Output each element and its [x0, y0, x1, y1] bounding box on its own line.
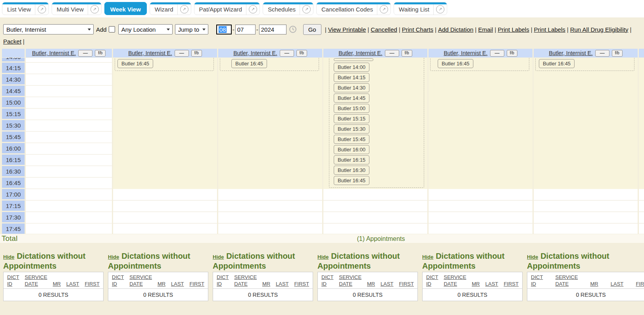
tab-label[interactable]: List View [2, 2, 35, 15]
column-sort-link[interactable]: LAST [276, 281, 289, 287]
column-sort-link[interactable]: FIRST [294, 281, 309, 287]
toolbar-link[interactable]: Add Dictation [438, 26, 473, 33]
tab-popout-button[interactable]: ↗ [246, 2, 260, 15]
collapse-column-button[interactable]: — [78, 50, 92, 57]
tab[interactable]: Pat/Appt Wizard ↗ [194, 2, 260, 15]
collapse-column-button[interactable]: — [595, 50, 609, 57]
provider-select[interactable]: Butler, Internist [3, 24, 94, 34]
column-sort-link[interactable]: LAST [611, 281, 624, 287]
appointment-button[interactable]: Butler 16:45 [438, 59, 473, 68]
provider-link[interactable]: Butler, Internist E. [549, 50, 593, 56]
toolbar-link[interactable]: Cancelled [371, 26, 397, 33]
tab-label[interactable]: Waiting List [394, 2, 433, 15]
tab-popout-button[interactable]: ↗ [300, 2, 313, 15]
tab-label[interactable]: Pat/Appt Wizard [194, 2, 246, 15]
column-sort-link[interactable]: DICTID [531, 274, 543, 287]
go-button[interactable]: Go [303, 24, 321, 35]
column-sort-link[interactable]: SERVICEDATE [129, 274, 152, 287]
tab-popout-button[interactable]: ↗ [177, 2, 191, 15]
tab-label[interactable]: Multi View [52, 2, 88, 15]
tab[interactable]: Waiting List ↗ [394, 2, 447, 15]
tab-popout-button[interactable]: ↗ [35, 2, 48, 15]
hide-link[interactable]: Hide [422, 254, 433, 260]
hide-link[interactable]: Hide [213, 254, 224, 260]
column-sort-link[interactable]: MR [158, 281, 165, 287]
hide-link[interactable]: Hide [108, 254, 119, 260]
column-sort-link[interactable]: LAST [171, 281, 184, 287]
toolbar-link[interactable]: Print Labels [534, 26, 565, 33]
appointment-button[interactable]: Butler 14:15 [334, 73, 369, 82]
fb-button[interactable]: f/b [507, 50, 517, 57]
column-sort-link[interactable]: FIRST [85, 281, 100, 287]
appointment-button[interactable]: Butler 16:15 [334, 155, 369, 164]
appointment-button[interactable]: Butler 15:00 [334, 104, 369, 113]
column-sort-link[interactable]: SERVICEDATE [339, 274, 361, 287]
column-sort-link[interactable]: LAST [66, 281, 79, 287]
column-sort-link[interactable]: MR [472, 281, 480, 287]
column-sort-link[interactable]: LAST [485, 281, 498, 287]
appointment-button-clipped[interactable] [334, 58, 373, 61]
tab-popout-button[interactable]: ↗ [433, 2, 447, 15]
tab[interactable]: Multi View ↗ [52, 2, 102, 15]
collapse-column-button[interactable]: — [175, 50, 189, 57]
tab-label[interactable]: Cancellation Codes [317, 2, 377, 15]
appointment-button[interactable]: Butler 14:45 [334, 94, 369, 103]
appointment-button[interactable]: Butler 16:45 [117, 59, 153, 68]
tab-label[interactable]: Schedules [263, 2, 300, 15]
column-sort-link[interactable]: SERVICEDATE [444, 274, 466, 287]
clock-icon[interactable] [289, 25, 297, 33]
appointment-button[interactable]: Butler 16:45 [539, 59, 575, 68]
column-sort-link[interactable]: FIRST [399, 281, 414, 287]
appointment-button[interactable]: Butler 15:30 [334, 124, 369, 134]
appointment-button[interactable]: Butler 16:00 [334, 145, 369, 154]
toolbar-link[interactable]: Print Charts [402, 26, 433, 33]
hide-link[interactable]: Hide [317, 254, 329, 260]
location-select[interactable]: Any Location [118, 24, 173, 34]
date-year-input[interactable]: 2024 [259, 25, 286, 34]
fb-button[interactable]: f/b [95, 50, 106, 57]
fb-button[interactable]: f/b [612, 50, 623, 57]
column-sort-link[interactable]: SERVICEDATE [555, 274, 578, 287]
column-sort-link[interactable]: FIRST [636, 281, 644, 287]
toolbar-link[interactable]: Print Labels [498, 26, 529, 33]
hide-link[interactable]: Hide [527, 254, 538, 260]
provider-link[interactable]: Butler, Internist E. [128, 50, 172, 56]
provider-link[interactable]: Butler, Internist E. [338, 50, 383, 56]
fb-button[interactable]: f/b [191, 50, 202, 57]
column-sort-link[interactable]: DICTID [7, 274, 19, 287]
column-sort-link[interactable]: MR [367, 281, 375, 287]
jump-to-select[interactable]: Jump to [175, 24, 208, 34]
column-sort-link[interactable]: DICTID [321, 274, 333, 287]
provider-link[interactable]: Butler, Internist E. [32, 50, 76, 56]
appointment-button[interactable]: Butler 16:45 [231, 59, 267, 68]
date-month-input[interactable]: 08 [216, 25, 232, 34]
fb-button[interactable]: f/b [296, 50, 307, 57]
hide-link[interactable]: Hide [3, 254, 14, 260]
appointment-button[interactable]: Butler 15:45 [334, 135, 369, 144]
tab[interactable]: Cancellation Codes ↗ [316, 2, 391, 15]
toolbar-link[interactable]: Packet [3, 38, 21, 45]
column-sort-link[interactable]: MR [262, 281, 270, 287]
column-sort-link[interactable]: FIRST [189, 281, 204, 287]
tab-popout-button[interactable]: ↗ [377, 2, 390, 15]
tab[interactable]: List View ↗ [2, 2, 49, 15]
toolbar-link[interactable]: View Printable [328, 26, 366, 33]
column-sort-link[interactable]: DICTID [217, 274, 229, 287]
tab[interactable]: Schedules ↗ [263, 2, 313, 15]
appointment-button[interactable]: Butler 14:00 [334, 63, 369, 72]
column-sort-link[interactable]: FIRST [504, 281, 519, 287]
toolbar-link[interactable]: Email [478, 26, 493, 33]
column-sort-link[interactable]: MR [590, 281, 598, 287]
collapse-column-button[interactable]: — [490, 50, 504, 57]
column-sort-link[interactable]: DICTID [426, 274, 438, 287]
column-sort-link[interactable]: SERVICEDATE [234, 274, 257, 287]
appointment-button[interactable]: Butler 16:30 [334, 166, 369, 175]
tab-popout-button[interactable]: ↗ [88, 2, 101, 15]
appointment-button[interactable]: Butler 14:30 [334, 83, 369, 92]
tab[interactable]: Wizard ↗ [150, 2, 191, 15]
tab-label[interactable]: Week View [105, 2, 146, 15]
column-sort-link[interactable]: LAST [381, 281, 394, 287]
collapse-column-button[interactable]: — [280, 50, 294, 57]
column-sort-link[interactable]: SERVICEDATE [25, 274, 47, 287]
column-sort-link[interactable]: DICTID [112, 274, 124, 287]
